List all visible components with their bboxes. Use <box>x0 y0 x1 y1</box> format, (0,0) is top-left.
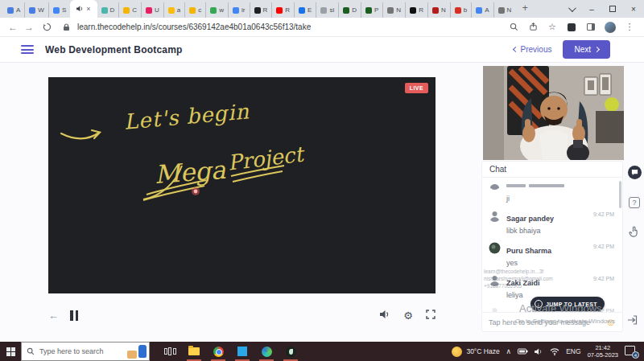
tray-volume-icon[interactable] <box>535 348 543 355</box>
browser-menu-icon[interactable]: ⋮ <box>623 21 636 34</box>
start-button[interactable] <box>0 342 21 361</box>
browser-tab[interactable]: E <box>294 2 316 18</box>
wifi-icon[interactable] <box>550 348 559 355</box>
user-watermark: learn@thecodehelp.in...3f nishkarshverma… <box>484 268 580 289</box>
forward-icon[interactable]: → <box>24 23 34 32</box>
tab-close-icon[interactable]: × <box>86 5 90 13</box>
globe-favicon <box>387 7 394 14</box>
task-view-icon[interactable] <box>158 342 182 361</box>
help-icon[interactable]: ? <box>629 197 640 208</box>
chat-scrollbar[interactable] <box>619 181 621 208</box>
share-icon[interactable] <box>526 21 539 34</box>
minimize-button[interactable]: – <box>581 0 602 18</box>
browser-tab[interactable]: A <box>471 2 493 18</box>
dark-app-icon[interactable] <box>279 342 303 361</box>
docs-blue-favicon <box>53 7 60 14</box>
chat-message: ji <box>489 178 616 206</box>
chat-message-input[interactable] <box>489 318 601 326</box>
language-indicator[interactable]: ENG <box>566 347 580 355</box>
jump-to-latest-button[interactable]: ↓ JUMP TO LATEST <box>530 297 605 311</box>
browser-tab[interactable]: P <box>361 2 382 18</box>
browser-tab[interactable]: D <box>97 2 119 18</box>
chat-input-row: ☺ <box>482 312 622 331</box>
battery-icon[interactable] <box>518 348 528 355</box>
maximize-button[interactable] <box>602 0 623 18</box>
previous-button[interactable]: Previous <box>514 45 552 54</box>
menu-icon[interactable] <box>21 45 34 54</box>
chat-panel: Chat ji Sagar pandey 9:42 PM <box>481 161 623 332</box>
pause-button[interactable] <box>70 310 78 321</box>
video-player[interactable]: Let's begin Mega Project LIVE <box>48 77 436 293</box>
browser-tab[interactable]: U <box>141 2 163 18</box>
browser-tab[interactable]: C <box>118 2 141 18</box>
browser-tab[interactable]: ir <box>228 2 249 18</box>
zoom-icon[interactable] <box>507 21 520 34</box>
globe-favicon <box>320 7 327 14</box>
page-title: Web Development Bootcamp <box>45 44 183 55</box>
webcam-video[interactable] <box>483 66 624 160</box>
rewind-icon[interactable]: ← <box>48 310 59 322</box>
app-blue-favicon <box>29 7 35 14</box>
back-icon[interactable]: ← <box>8 23 18 32</box>
browser-tab[interactable]: R <box>271 2 294 18</box>
next-button[interactable]: Next <box>563 40 610 59</box>
teal-app-favicon <box>101 7 108 14</box>
avatar <box>489 178 501 190</box>
browser-tab[interactable]: N <box>427 2 450 18</box>
settings-gear-icon[interactable]: ⚙ <box>403 310 413 321</box>
blue-circle-favicon <box>299 7 305 14</box>
course-header: Web Development Bootcamp Previous Next <box>0 37 644 63</box>
notification-center-icon[interactable]: 4 <box>625 346 638 357</box>
close-button[interactable]: × <box>623 0 644 18</box>
side-panel-icon[interactable] <box>584 21 597 34</box>
vscode-icon[interactable] <box>230 342 254 361</box>
browser-tab-active[interactable]: × <box>70 0 97 18</box>
profile-avatar[interactable] <box>604 21 617 34</box>
youtube-favicon <box>276 7 283 14</box>
browser-tab[interactable]: D <box>338 2 361 18</box>
fullscreen-icon[interactable] <box>426 308 436 322</box>
drive-green-favicon <box>210 7 217 14</box>
edge-icon[interactable] <box>254 342 279 361</box>
taskbar-search-input[interactable] <box>39 347 114 355</box>
hidden-icons-chevron[interactable]: ∧ <box>506 347 512 355</box>
browser-tab[interactable]: A <box>3 2 24 18</box>
url-field[interactable]: learn.thecodehelp.in/s/courses/6369142ae… <box>60 21 501 34</box>
raise-hand-icon[interactable] <box>629 226 640 241</box>
clock[interactable]: 21:42 07-05-2023 <box>588 344 618 359</box>
chat-message: Sagar pandey 9:42 PM libk bhaiya <box>489 206 616 238</box>
chat-tab-icon[interactable] <box>628 166 642 179</box>
browser-tab[interactable]: R <box>250 2 272 18</box>
browser-tab[interactable]: a <box>163 2 184 18</box>
new-tab-button[interactable]: + <box>518 2 531 15</box>
chrome-icon[interactable] <box>206 342 230 361</box>
taskbar-search[interactable] <box>21 342 150 361</box>
browser-tab[interactable]: W <box>24 2 48 18</box>
google-g-favicon <box>476 7 482 14</box>
board-line-lets-begin: Let's begin <box>123 99 251 134</box>
browser-tab[interactable]: c <box>184 2 205 18</box>
green-circle-favicon <box>343 7 349 14</box>
browser-tab[interactable]: b <box>450 2 471 18</box>
extensions-icon[interactable] <box>565 21 578 34</box>
file-explorer-icon[interactable] <box>182 342 206 361</box>
send-message-icon[interactable] <box>627 314 638 328</box>
emoji-icon[interactable]: ☺ <box>605 317 616 327</box>
tab-list: AWS×DCUacwirRREsiDPNRNbAN <box>0 0 515 18</box>
clipped-sender-name <box>506 178 564 191</box>
volume-icon[interactable] <box>379 308 390 322</box>
reload-icon[interactable] <box>40 21 53 34</box>
browser-tab[interactable]: S <box>48 2 70 18</box>
browser-tab[interactable]: N <box>382 2 405 18</box>
browser-tab[interactable]: N <box>493 2 516 18</box>
browser-tab[interactable]: w <box>205 2 228 18</box>
browser-tab[interactable]: R <box>405 2 427 18</box>
weather-widget[interactable]: 30°C Haze <box>452 347 499 357</box>
tab-search-icon[interactable] <box>560 0 581 18</box>
google-g-favicon <box>233 7 239 14</box>
browser-tab[interactable]: si <box>316 2 338 18</box>
dark-app-favicon <box>254 7 261 14</box>
drive-favicon <box>168 7 175 14</box>
bookmark-star-icon[interactable]: ☆ <box>546 21 559 34</box>
chat-message-list[interactable]: ji Sagar pandey 9:42 PM libk bhaiya Puru… <box>482 178 622 313</box>
